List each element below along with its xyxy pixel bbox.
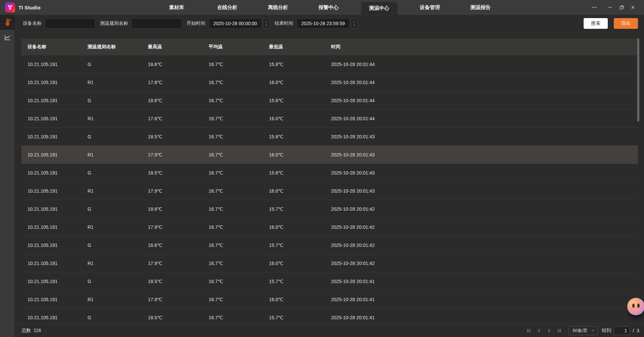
- goto-label: 转到: [602, 328, 611, 334]
- device-name-input[interactable]: [45, 18, 95, 28]
- restore-icon[interactable]: [616, 0, 627, 15]
- titlebar: TI Studio 素材库在线分析离线分析报警中心测温中心设备管理测温报告: [0, 0, 644, 15]
- page-size-select[interactable]: 50条/页: [568, 326, 598, 335]
- table-header-cell: 最高温: [148, 44, 209, 50]
- table-cell: G: [88, 279, 148, 284]
- tab-temperature-center[interactable]: 测温中心: [354, 0, 405, 15]
- export-button[interactable]: 导出: [614, 18, 638, 29]
- table-cell: 16.7℃: [209, 243, 269, 248]
- table-cell: 2025-10-28 20:01:44: [331, 98, 638, 103]
- table-cell: 2025-10-28 20:01:42: [331, 261, 638, 266]
- tab-online-analysis[interactable]: 在线分析: [202, 0, 253, 15]
- tab-device-management[interactable]: 设备管理: [405, 0, 455, 15]
- assistant-avatar[interactable]: [627, 298, 644, 315]
- tab-label: 素材库: [161, 2, 192, 13]
- table-cell: G: [88, 243, 148, 248]
- tab-alarm-center[interactable]: 报警中心: [303, 0, 354, 15]
- vertical-scrollbar[interactable]: [637, 39, 639, 122]
- table-cell: G: [88, 315, 148, 320]
- table-row[interactable]: 10.21.105.191G18.5℃16.7℃15.8℃2025-10-28 …: [21, 128, 638, 146]
- table-cell: 16.7℃: [209, 152, 269, 157]
- tab-label: 测温报告: [463, 2, 499, 13]
- table-cell: 16.0℃: [269, 188, 331, 194]
- table-cell: G: [88, 206, 148, 212]
- table-cell: 2025-10-28 20:01:42: [331, 224, 638, 230]
- table-cell: R1: [88, 224, 148, 230]
- end-time-input[interactable]: 2025-10-28 23:59:59: [297, 18, 350, 28]
- next-page-icon[interactable]: [544, 326, 554, 335]
- table-header-cell: 平均温: [209, 44, 269, 50]
- table-cell: 18.6℃: [148, 206, 209, 212]
- more-icon[interactable]: [589, 0, 600, 15]
- table-row[interactable]: 10.21.105.191G18.5℃16.7℃15.7℃2025-10-28 …: [21, 272, 638, 290]
- table-row[interactable]: 10.21.105.191G18.6℃16.7℃15.8℃2025-10-28 …: [21, 55, 638, 73]
- table-cell: 10.21.105.191: [28, 224, 88, 230]
- table-cell: R1: [88, 261, 148, 266]
- sidebar-item-temperature[interactable]: [0, 15, 15, 30]
- table-cell: 17.9℃: [148, 224, 209, 230]
- table-cell: G: [88, 98, 148, 103]
- avatar-eye: [632, 304, 635, 308]
- table-cell: 10.21.105.191: [28, 243, 88, 248]
- table-cell: 16.0℃: [269, 297, 331, 302]
- table-cell: 16.7℃: [209, 80, 269, 85]
- page-count: / 3: [633, 328, 639, 333]
- table-cell: 2025-10-28 20:01:41: [331, 315, 638, 320]
- table-cell: 16.7℃: [209, 134, 269, 139]
- table-header-cell: 最低温: [269, 44, 331, 50]
- table-row[interactable]: 10.21.105.191R117.8℃16.7℃16.0℃2025-10-28…: [21, 73, 638, 91]
- goto-page-input[interactable]: [614, 326, 630, 335]
- table-row[interactable]: 10.21.105.191R117.9℃16.7℃16.0℃2025-10-28…: [21, 290, 638, 309]
- table-cell: 16.7℃: [209, 261, 269, 266]
- tab-label: 离线分析: [260, 2, 296, 13]
- table-cell: 18.5℃: [148, 279, 209, 284]
- table-cell: 16.7℃: [209, 170, 269, 176]
- table-cell: 17.9℃: [148, 152, 209, 157]
- table-cell: 15.7℃: [269, 279, 331, 284]
- table-row[interactable]: 10.21.105.191G18.5℃16.7℃15.8℃2025-10-28 …: [21, 164, 638, 182]
- table-row[interactable]: 10.21.105.191G18.6℃16.7℃15.8℃2025-10-28 …: [21, 91, 638, 110]
- table-cell: 18.6℃: [148, 243, 209, 248]
- minimize-icon[interactable]: [604, 0, 616, 15]
- table-cell: 16.0℃: [269, 261, 331, 266]
- tab-material-library[interactable]: 素材库: [151, 0, 202, 15]
- sidebar-item-analysis[interactable]: [0, 30, 15, 45]
- table-cell: 10.21.105.191: [28, 297, 88, 302]
- tab-label: 报警中心: [311, 2, 347, 13]
- rule-name-input[interactable]: [131, 18, 182, 28]
- app-logo-icon: [5, 2, 15, 12]
- table-cell: 18.6℃: [148, 62, 209, 67]
- close-icon[interactable]: [627, 0, 639, 15]
- search-button[interactable]: 搜索: [584, 18, 608, 29]
- nav-tabs: 素材库在线分析离线分析报警中心测温中心设备管理测温报告: [151, 0, 506, 15]
- table-row[interactable]: 10.21.105.191G18.6℃16.7℃15.7℃2025-10-28 …: [21, 200, 638, 218]
- table-cell: 16.7℃: [209, 224, 269, 230]
- tab-label: 测温中心: [361, 2, 397, 15]
- thermometer-icon: [3, 18, 11, 26]
- table-row[interactable]: 10.21.105.191R117.9℃16.7℃16.0℃2025-10-28…: [21, 254, 638, 272]
- table-cell: 16.0℃: [269, 116, 331, 121]
- table-row[interactable]: 10.21.105.191R117.9℃16.7℃16.0℃2025-10-28…: [21, 218, 638, 236]
- results-table: 设备名称测温规则名称最高温平均温最低温时间 10.21.105.191G18.6…: [21, 39, 638, 324]
- table-cell: 10.21.105.191: [28, 279, 88, 284]
- tab-offline-analysis[interactable]: 离线分析: [253, 0, 303, 15]
- table-cell: 10.21.105.191: [28, 62, 88, 67]
- table-row[interactable]: 10.21.105.191G18.5℃16.7℃15.7℃2025-10-28 …: [21, 309, 638, 324]
- app-window: TI Studio 素材库在线分析离线分析报警中心测温中心设备管理测温报告: [0, 0, 644, 337]
- device-name-label: 设备名称: [23, 20, 42, 26]
- table-cell: 16.0℃: [269, 80, 331, 85]
- last-page-icon[interactable]: [554, 326, 564, 335]
- tab-temperature-report[interactable]: 测温报告: [455, 0, 506, 15]
- start-time-input[interactable]: 2025-10-28 00:00:00: [209, 18, 262, 28]
- table-cell: 16.7℃: [209, 188, 269, 194]
- end-time-stepper[interactable]: ∧∨: [351, 18, 358, 28]
- start-time-stepper[interactable]: ∧∨: [263, 18, 270, 28]
- table-row[interactable]: 10.21.105.191G18.6℃16.7℃15.7℃2025-10-28 …: [21, 236, 638, 254]
- tab-label: 设备管理: [412, 2, 448, 13]
- table-row[interactable]: 10.21.105.191R117.8℃16.7℃16.0℃2025-10-28…: [21, 110, 638, 128]
- prev-page-icon[interactable]: [534, 326, 544, 335]
- first-page-icon[interactable]: [524, 326, 534, 335]
- table-row[interactable]: 10.21.105.191R117.9℃16.7℃16.0℃2025-10-28…: [21, 182, 638, 200]
- table-row[interactable]: 10.21.105.191R117.9℃16.7℃16.0℃2025-10-28…: [21, 146, 638, 164]
- table-cell: 18.5℃: [148, 170, 209, 176]
